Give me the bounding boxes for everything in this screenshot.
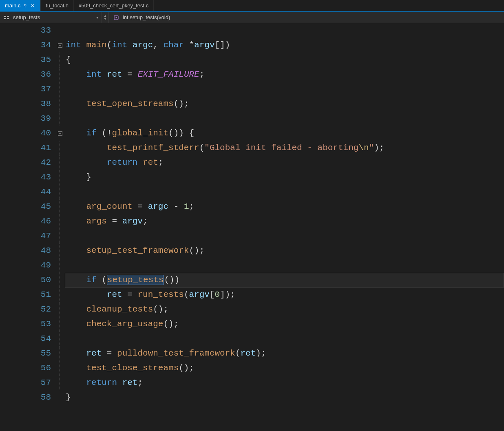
- code-token: main: [86, 40, 106, 50]
- fold-indicator: [60, 287, 65, 302]
- code-token: ;: [137, 378, 143, 387]
- scope-dropdown[interactable]: setup_tests ▾: [0, 12, 102, 23]
- tab-tu-local-h[interactable]: tu_local.h: [41, 0, 74, 11]
- code-line[interactable]: ret = run_tests(argv[0]);: [65, 287, 504, 302]
- line-number: 57: [0, 376, 51, 390]
- fold-indicator[interactable]: −: [55, 126, 65, 141]
- tab-x509-check[interactable]: x509_check_cert_pkey_test.c: [74, 0, 154, 11]
- code-line[interactable]: [65, 258, 504, 273]
- chevron-down-icon: ▾: [96, 15, 98, 20]
- code-token: if: [86, 275, 102, 285]
- code-token: int: [66, 40, 86, 50]
- code-line[interactable]: int main(int argc, char *argv[]): [65, 38, 504, 53]
- line-number: 34: [0, 38, 51, 53]
- code-content[interactable]: int main(int argc, char *argv[]){ int re…: [65, 23, 504, 431]
- line-number: 38: [0, 97, 51, 111]
- code-line[interactable]: [65, 111, 504, 126]
- line-number: 42: [0, 155, 51, 170]
- code-token: int: [112, 40, 132, 50]
- code-token: [: [210, 290, 215, 299]
- breadcrumb[interactable]: int setup_tests(void): [109, 12, 174, 23]
- code-line[interactable]: }: [65, 170, 504, 185]
- code-token: ()) {: [168, 128, 194, 138]
- code-line[interactable]: arg_count = argc - 1;: [65, 199, 504, 214]
- pin-icon[interactable]: ⚲: [23, 3, 27, 8]
- fold-indicator: [60, 53, 65, 67]
- fold-indicator: [60, 97, 65, 111]
- fold-indicator: [55, 23, 65, 38]
- fold-gutter[interactable]: −−: [55, 23, 65, 431]
- code-token: cleanup_tests: [86, 305, 153, 314]
- code-line[interactable]: return ret;: [65, 155, 504, 170]
- code-token: args: [86, 217, 106, 226]
- svg-rect-0: [4, 16, 6, 17]
- collapse-icon[interactable]: −: [58, 43, 62, 48]
- code-line[interactable]: {: [65, 53, 504, 67]
- close-icon[interactable]: ✕: [30, 3, 35, 9]
- code-line[interactable]: check_arg_usage();: [65, 317, 504, 332]
- code-token: return: [107, 158, 143, 167]
- code-line[interactable]: cleanup_tests();: [65, 302, 504, 317]
- fold-indicator: [60, 141, 65, 155]
- code-line[interactable]: if (!global_init()) {: [65, 126, 504, 141]
- nav-prev-next[interactable]: ▲ ▼: [102, 12, 109, 23]
- tab-main-c[interactable]: main.c ⚲ ✕: [0, 0, 41, 11]
- code-line[interactable]: ret = pulldown_test_framework(ret);: [65, 346, 504, 361]
- code-token: 1: [184, 202, 189, 211]
- fold-indicator: [60, 332, 65, 346]
- code-token: setup_tests: [107, 275, 164, 285]
- code-token: ret: [143, 158, 158, 167]
- code-line[interactable]: setup_test_framework();: [65, 243, 504, 258]
- code-token: int: [86, 70, 106, 79]
- code-token: check_arg_usage: [86, 319, 163, 329]
- code-token: );: [256, 349, 266, 358]
- scope-label: setup_tests: [13, 14, 40, 20]
- code-token: (!: [102, 128, 112, 138]
- line-number: 56: [0, 361, 51, 376]
- code-token: );: [374, 143, 384, 153]
- line-number: 33: [0, 23, 51, 38]
- code-line[interactable]: return ret;: [65, 376, 504, 390]
- code-token: test_close_streams: [86, 363, 179, 373]
- code-token: argv: [189, 290, 209, 299]
- code-line[interactable]: args = argv;: [65, 214, 504, 229]
- line-number: 48: [0, 243, 51, 258]
- code-line[interactable]: test_printf_stderr("Global init failed -…: [65, 141, 504, 155]
- nav-bar: setup_tests ▾ ▲ ▼ int setup_tests(void): [0, 12, 504, 23]
- line-number: 52: [0, 302, 51, 317]
- line-number: 35: [0, 53, 51, 67]
- code-token: global_init: [112, 128, 168, 138]
- line-number: 54: [0, 332, 51, 346]
- code-line[interactable]: if (setup_tests()): [65, 273, 504, 287]
- fold-indicator: [60, 82, 65, 97]
- code-line[interactable]: [65, 332, 504, 346]
- code-token: ret: [241, 349, 256, 358]
- tab-bar: main.c ⚲ ✕ tu_local.h x509_check_cert_pk…: [0, 0, 504, 12]
- code-token: run_tests: [137, 290, 183, 299]
- code-line[interactable]: test_close_streams();: [65, 361, 504, 376]
- code-line[interactable]: }: [65, 390, 504, 405]
- code-line[interactable]: [65, 23, 504, 38]
- code-token: argv: [194, 40, 214, 50]
- code-line[interactable]: [65, 229, 504, 243]
- line-number-gutter: 3334353637383940414243444546474849505152…: [0, 23, 55, 431]
- fold-indicator: [60, 258, 65, 273]
- code-editor[interactable]: 3334353637383940414243444546474849505152…: [0, 23, 504, 431]
- code-token: ret: [107, 290, 122, 299]
- code-line[interactable]: test_open_streams();: [65, 97, 504, 111]
- collapse-icon[interactable]: −: [58, 131, 62, 136]
- fold-indicator[interactable]: −: [55, 38, 65, 53]
- fold-indicator: [60, 214, 65, 229]
- code-token: }: [86, 172, 91, 182]
- code-token: EXIT_FAILURE: [137, 70, 199, 79]
- code-line[interactable]: int ret = EXIT_FAILURE;: [65, 67, 504, 82]
- tab-label: x509_check_cert_pkey_test.c: [79, 2, 148, 9]
- code-token: ;: [199, 70, 205, 79]
- scope-icon: [3, 14, 10, 21]
- svg-rect-3: [7, 18, 9, 19]
- code-token: setup_test_framework: [86, 246, 189, 255]
- code-line[interactable]: [65, 185, 504, 199]
- fold-indicator: [60, 346, 65, 361]
- code-line[interactable]: [65, 82, 504, 97]
- breadcrumb-signature: int setup_tests(void): [123, 14, 170, 20]
